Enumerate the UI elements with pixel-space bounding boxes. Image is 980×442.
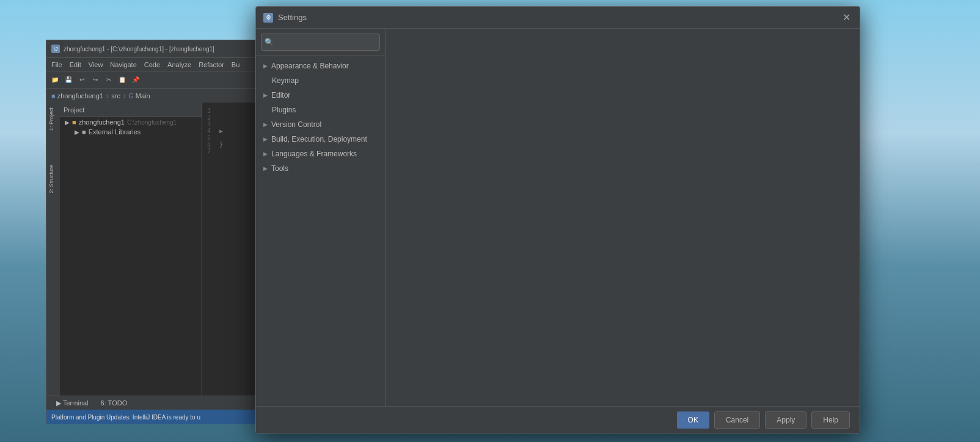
settings-nav-list: ▶ Appearance & Behavior Keymap ▶ Editor …	[256, 56, 385, 406]
menu-file[interactable]: File	[49, 60, 65, 70]
version-control-label: Version Control	[271, 120, 321, 129]
project-item-libs[interactable]: ▶ ■ External Libraries	[60, 127, 202, 137]
tools-expand-arrow: ▶	[263, 165, 268, 172]
ide-bottom-tabs: ▶ Terminal 6: TODO	[46, 396, 256, 410]
keymap-label: Keymap	[272, 76, 299, 85]
editor-expand-arrow: ▶	[263, 92, 268, 98]
menu-code[interactable]: Code	[142, 60, 163, 70]
settings-search-wrapper: 🔍	[256, 29, 385, 56]
breadcrumb-project[interactable]: ■ zhongfucheng1	[51, 92, 103, 100]
appearance-expand-arrow: ▶	[263, 63, 268, 69]
settings-nav-panel: 🔍 ▶ Appearance & Behavior Keymap ▶ Edito…	[256, 29, 386, 406]
ok-button[interactable]: OK	[677, 411, 709, 429]
nav-item-keymap[interactable]: Keymap	[256, 73, 385, 88]
toolbar-open[interactable]: 📁	[49, 74, 61, 86]
menu-edit[interactable]: Edit	[67, 60, 84, 70]
ide-title: zhongfucheng1 - [C:\zhongfucheng1] - [zh…	[64, 46, 214, 53]
dialog-close-button[interactable]: ✕	[840, 12, 852, 24]
nav-item-editor[interactable]: ▶ Editor	[256, 88, 385, 103]
nav-item-plugins[interactable]: Plugins	[256, 103, 385, 117]
dialog-body: 🔍 ▶ Appearance & Behavior Keymap ▶ Edito…	[256, 29, 860, 406]
menu-refactor[interactable]: Refactor	[196, 60, 227, 70]
ide-content: 1: Project 2: Structure Project ▶ ■ zhon…	[46, 103, 256, 410]
menu-analyze[interactable]: Analyze	[165, 60, 194, 70]
apply-button[interactable]: Apply	[765, 411, 806, 429]
ide-menubar[interactable]: File Edit View Navigate Code Analyze Ref…	[46, 57, 256, 71]
appearance-label: Appearance & Behavior	[271, 62, 349, 70]
toolbar-cut[interactable]: ✂	[103, 74, 115, 86]
ide-editor[interactable]: 1 2 3 4 ▶ 5 6 } 7	[202, 103, 256, 410]
ide-breadcrumb: ■ zhongfucheng1 › src › G Main	[46, 88, 256, 103]
todo-tab[interactable]: 6: TODO	[96, 398, 133, 408]
structure-tab[interactable]: 2: Structure	[46, 160, 60, 198]
nav-item-tools[interactable]: ▶ Tools	[256, 161, 385, 176]
settings-dialog-title: Settings	[278, 13, 840, 22]
build-expand-arrow: ▶	[263, 136, 268, 142]
nav-item-version-control[interactable]: ▶ Version Control	[256, 117, 385, 132]
cancel-button[interactable]: Cancel	[714, 411, 760, 429]
breadcrumb-src[interactable]: src	[111, 92, 120, 100]
ide-status-bar: Platform and Plugin Updates: IntelliJ ID…	[46, 410, 256, 424]
build-label: Build, Execution, Deployment	[271, 135, 367, 143]
nav-item-appearance[interactable]: ▶ Appearance & Behavior	[256, 59, 385, 73]
version-control-expand-arrow: ▶	[263, 121, 268, 128]
ide-app-icon: IJ	[51, 45, 60, 53]
ide-bottombar: ▶ Terminal 6: TODO Platform and Plugin U…	[46, 396, 256, 424]
toolbar-paste[interactable]: 📌	[130, 74, 142, 86]
terminal-tab[interactable]: ▶ Terminal	[51, 398, 93, 408]
ide-window: IJ zhongfucheng1 - [C:\zhongfucheng1] - …	[46, 40, 257, 424]
settings-content-area	[386, 29, 860, 406]
breadcrumb-main[interactable]: G Main	[128, 92, 150, 100]
dialog-titlebar: ⚙ Settings ✕	[256, 7, 860, 29]
project-item-root[interactable]: ▶ ■ zhongfucheng1 C:\zhongfucheng1	[60, 117, 202, 127]
toolbar-save[interactable]: 💾	[62, 74, 75, 86]
menu-view[interactable]: View	[86, 60, 106, 70]
tools-label: Tools	[271, 164, 288, 173]
editor-label: Editor	[271, 91, 290, 100]
project-tab[interactable]: 1: Project	[46, 103, 60, 136]
settings-search-input[interactable]	[261, 34, 380, 51]
ide-toolbar: 📁 💾 ↩ ↪ ✂ 📋 📌	[46, 71, 256, 88]
project-panel-header: Project	[60, 103, 202, 117]
settings-dialog: ⚙ Settings ✕ 🔍 ▶ Appearance & Behavior	[255, 6, 860, 433]
ide-sidebar-tabs: 1: Project 2: Structure	[46, 103, 60, 410]
menu-build[interactable]: Bu	[229, 60, 242, 70]
dialog-footer: OK Cancel Apply Help	[256, 406, 860, 433]
plugins-label: Plugins	[272, 106, 296, 114]
languages-expand-arrow: ▶	[263, 151, 268, 157]
ide-titlebar: IJ zhongfucheng1 - [C:\zhongfucheng1] - …	[46, 40, 256, 57]
nav-item-languages[interactable]: ▶ Languages & Frameworks	[256, 147, 385, 161]
toolbar-undo[interactable]: ↩	[76, 74, 88, 86]
help-button[interactable]: Help	[811, 411, 850, 429]
settings-dialog-icon: ⚙	[263, 13, 273, 23]
menu-navigate[interactable]: Navigate	[108, 60, 139, 70]
ide-project-panel: Project ▶ ■ zhongfucheng1 C:\zhongfuchen…	[60, 103, 202, 410]
languages-label: Languages & Frameworks	[271, 150, 357, 158]
toolbar-copy[interactable]: 📋	[116, 74, 128, 86]
nav-item-build[interactable]: ▶ Build, Execution, Deployment	[256, 132, 385, 147]
toolbar-redo[interactable]: ↪	[89, 74, 101, 86]
